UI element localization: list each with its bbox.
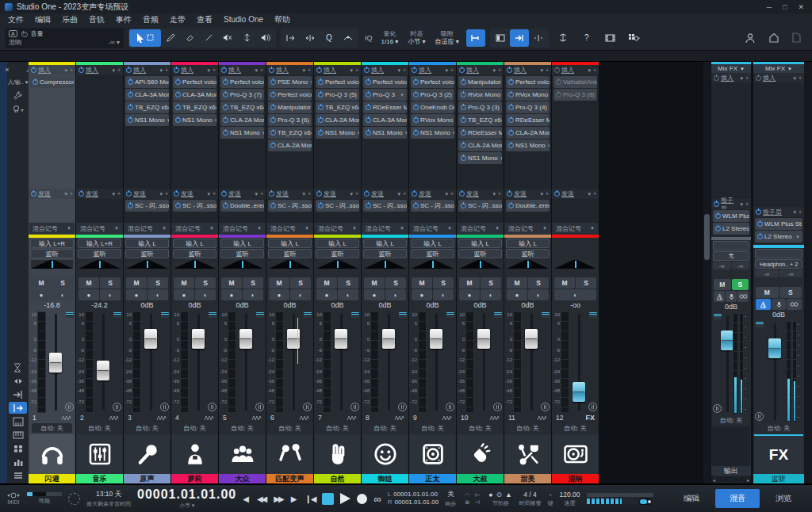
plugin-dropdown-icon[interactable]: ▼ bbox=[262, 131, 264, 136]
pan-control[interactable] bbox=[316, 260, 358, 269]
monitor-button[interactable]: 监听 bbox=[125, 249, 169, 258]
sends-header[interactable]: 发送▾+ bbox=[314, 189, 361, 199]
menu-item-7[interactable]: 查看 bbox=[197, 14, 213, 25]
plugin-power-icon[interactable] bbox=[223, 130, 228, 136]
volume-readout[interactable]: -16.8 bbox=[29, 301, 75, 311]
key-signature[interactable]: - 键 bbox=[548, 491, 553, 507]
plugin-dropdown-icon[interactable]: ▼ bbox=[500, 156, 502, 161]
channel-icon-tile[interactable] bbox=[410, 434, 455, 474]
dropdown-icon[interactable]: ▾ bbox=[350, 191, 353, 197]
input-select[interactable]: 输入 L bbox=[411, 239, 454, 248]
marker-flag-icon[interactable]: ⊢ bbox=[473, 492, 482, 499]
add-icon[interactable]: + bbox=[213, 191, 216, 197]
wrench-icon[interactable] bbox=[10, 90, 26, 101]
plugin-slot[interactable]: SC - 闪..ssor▼ bbox=[125, 200, 169, 212]
monitor-button[interactable]: 监听 bbox=[78, 249, 121, 258]
mixfx-header[interactable]: Mix FX▼ bbox=[711, 62, 751, 73]
menu-item-2[interactable]: 乐曲 bbox=[62, 14, 78, 25]
plugin-power-icon[interactable] bbox=[223, 203, 228, 208]
power-icon[interactable] bbox=[31, 67, 36, 73]
inserts-header[interactable]: 插入▾+ bbox=[266, 65, 313, 75]
plugin-slot[interactable]: Double..ereo▼ bbox=[220, 200, 264, 212]
add-icon[interactable]: + bbox=[165, 191, 168, 197]
power-icon[interactable] bbox=[507, 67, 512, 73]
plugin-slot[interactable]: TB_EZQ x64▼ bbox=[125, 101, 169, 113]
input-select[interactable]: 输入 L bbox=[316, 239, 359, 248]
meter-style-icon[interactable] bbox=[208, 403, 216, 411]
channel-mode-icon[interactable] bbox=[351, 312, 359, 318]
bus-icon-tile[interactable]: FX bbox=[754, 434, 803, 474]
volume-readout[interactable]: 0dB bbox=[457, 301, 504, 311]
plugin-power-icon[interactable] bbox=[715, 213, 721, 219]
listen-tool-button[interactable] bbox=[256, 29, 275, 47]
channel-mode-icon[interactable] bbox=[446, 312, 454, 318]
video-button[interactable] bbox=[601, 29, 620, 47]
plugin-power-icon[interactable] bbox=[461, 79, 466, 85]
monitor-icon[interactable]: ◐ bbox=[481, 289, 501, 300]
channel-icon-tile[interactable] bbox=[77, 434, 122, 474]
timebase-select[interactable]: 时基小节 ▾ bbox=[405, 30, 427, 46]
sends-header[interactable]: 发送▾+ bbox=[362, 189, 408, 199]
plugin-power-icon[interactable] bbox=[413, 92, 419, 97]
return-to-start-button[interactable]: ❙◀ bbox=[304, 495, 316, 503]
menu-item-6[interactable]: 走带 bbox=[170, 14, 186, 25]
channel-strip-11[interactable]: 插入▾+Perfect voice▼RVox Mono▼Pro-Q 3 (4)▼… bbox=[504, 62, 551, 483]
plugin-power-icon[interactable] bbox=[508, 143, 514, 148]
plugin-slot[interactable]: Perfect voice▼ bbox=[268, 89, 312, 101]
sends-header[interactable]: 发送▾+ bbox=[504, 189, 551, 199]
view-button-编辑[interactable]: 编辑 bbox=[669, 489, 714, 508]
plugin-power-icon[interactable] bbox=[366, 117, 371, 123]
record-arm-icon[interactable]: ● bbox=[459, 289, 480, 300]
plugin-power-icon[interactable] bbox=[413, 117, 419, 123]
channel-mode-icon[interactable] bbox=[161, 312, 169, 318]
plugin-slot[interactable]: Pro-Q 3 (8)▼ bbox=[553, 89, 597, 101]
plugin-dropdown-icon[interactable]: ▼ bbox=[454, 93, 454, 97]
channel-mode-icon[interactable] bbox=[494, 312, 502, 318]
mute-button[interactable]: M bbox=[714, 279, 731, 290]
bus-name[interactable]: 监听 bbox=[753, 474, 804, 483]
menu-item-8[interactable]: Studio One bbox=[224, 15, 263, 24]
plugin-slot[interactable]: OneKnob Dri:▼ bbox=[411, 101, 454, 113]
plugin-power-icon[interactable] bbox=[508, 79, 514, 85]
plugin-power-icon[interactable] bbox=[413, 79, 419, 85]
inserts-header[interactable]: 插入▾+ bbox=[362, 65, 408, 75]
dropdown-icon[interactable]: ▾ bbox=[64, 191, 67, 197]
mixer-tool-pads[interactable] bbox=[9, 442, 27, 454]
notes-page-icon[interactable] bbox=[792, 32, 801, 43]
channel-strip-3[interactable]: 插入▾+API-560 Mono▼CLA-3A Mono▼TB_EZQ x64▼… bbox=[124, 62, 170, 483]
power-icon[interactable] bbox=[756, 75, 761, 81]
plugin-power-icon[interactable] bbox=[223, 105, 228, 110]
horizontal-scrollbar[interactable]: ◂▸ bbox=[711, 476, 751, 483]
fader-track[interactable] bbox=[331, 311, 350, 413]
plugin-slot[interactable]: CLA-3A Mono▼ bbox=[125, 89, 169, 101]
plugin-power-icon[interactable] bbox=[461, 92, 466, 97]
plugin-power-icon[interactable] bbox=[270, 117, 276, 123]
param-value[interactable]: -∞ bbox=[108, 39, 114, 46]
volume-readout[interactable]: 0dB bbox=[266, 301, 313, 311]
dropdown-icon[interactable]: ▾ bbox=[207, 191, 210, 197]
mute-button[interactable]: M bbox=[221, 277, 242, 288]
metronome-control[interactable]: ● ⊙ ▲ 节拍器 bbox=[488, 491, 512, 507]
bus-output-select[interactable]: Headphon.. + 2 bbox=[755, 259, 802, 269]
solo-button[interactable]: S bbox=[243, 277, 263, 288]
loop-button[interactable]: ∞ bbox=[373, 493, 381, 505]
channel-icon-tile[interactable] bbox=[124, 434, 170, 474]
automation-mode[interactable]: 自动: 关 bbox=[756, 423, 801, 433]
input-select[interactable]: 输入 L bbox=[268, 239, 312, 248]
channel-name[interactable]: 正太 bbox=[409, 474, 456, 483]
fast-forward-button[interactable]: ▶▶ bbox=[274, 495, 282, 503]
plugin-slot[interactable]: Manipulator 2▼ bbox=[458, 76, 502, 88]
channel-name[interactable]: 混响 bbox=[552, 474, 599, 483]
plugin-slot[interactable]: NS1 Mono▼ bbox=[220, 127, 264, 139]
power-icon[interactable] bbox=[79, 67, 84, 73]
record-arm-icon[interactable]: ● bbox=[316, 289, 337, 300]
close-button[interactable]: ✕ bbox=[798, 3, 804, 11]
add-icon[interactable]: + bbox=[745, 201, 749, 208]
dropdown-icon[interactable]: ▾ bbox=[793, 75, 796, 82]
monitor-button[interactable]: 监听 bbox=[316, 249, 359, 258]
plugin-power-icon[interactable] bbox=[128, 105, 133, 110]
inserts-header[interactable]: 插入▾+ bbox=[29, 65, 75, 75]
plugin-dropdown-icon[interactable]: ▼ bbox=[452, 131, 454, 136]
plugin-dropdown-icon[interactable]: ▼ bbox=[167, 118, 169, 123]
plugin-slot[interactable]: SC - 闪..ssor▼ bbox=[363, 200, 407, 212]
